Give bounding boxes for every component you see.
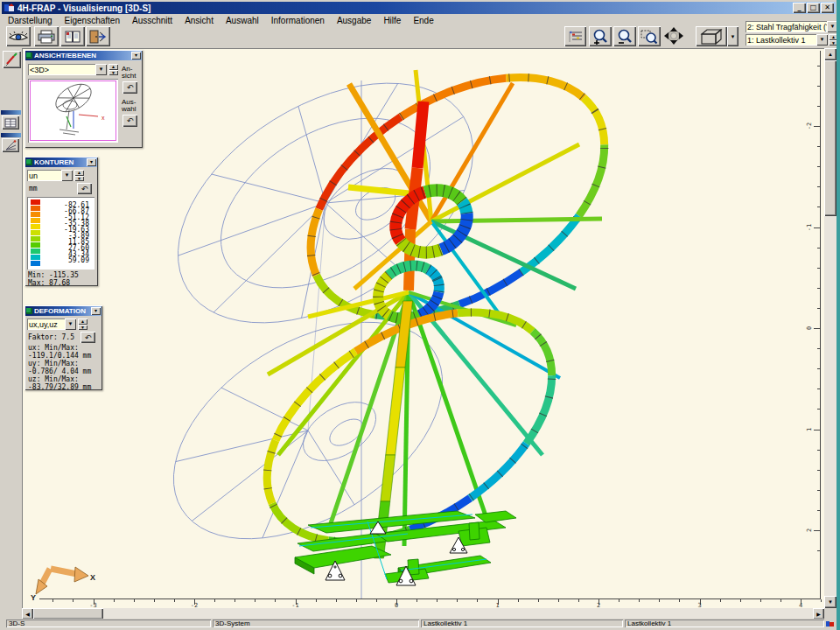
- view-spinner[interactable]: ▲▼: [108, 64, 118, 75]
- options-list-icon: [568, 30, 584, 44]
- ruler-tick: [457, 599, 458, 602]
- print-button[interactable]: [34, 26, 59, 46]
- grid-icon: [4, 118, 17, 128]
- view-combo-arrow[interactable]: ▼: [95, 64, 107, 75]
- menu-hilfe[interactable]: Hilfe: [377, 15, 407, 26]
- ansicht-collapse-button[interactable]: ▾: [131, 52, 141, 60]
- ruler-tick: [817, 66, 820, 66]
- view-preview-sketch: x: [28, 79, 118, 143]
- select-apply-button[interactable]: ↶: [122, 115, 137, 127]
- panel-konturen: KONTUREN ▾ un ▼ ▲▼ mm ↶ -82.61-66.87-51.…: [24, 157, 98, 286]
- view-preview[interactable]: x: [28, 79, 118, 143]
- ansicht-titlebar[interactable]: ANSICHT/EBENEN ▾: [25, 51, 142, 60]
- pan-control[interactable]: [662, 26, 686, 46]
- ruler-tick: [416, 599, 417, 602]
- preview-x-axis-label: x: [102, 115, 105, 121]
- view-combo[interactable]: <3D> ▼: [28, 64, 107, 75]
- calculation-combo[interactable]: 2: Stahl Tragfähigkeit (Th. 2. O ▼: [746, 21, 838, 32]
- redline-tool-button[interactable]: [3, 51, 21, 68]
- ruler-tick: [538, 599, 539, 602]
- panel-icon: [26, 52, 32, 59]
- restore-button[interactable]: □: [807, 3, 820, 13]
- kontur-combo-arrow[interactable]: ▼: [61, 170, 73, 181]
- ansicht-select-label: Aus- wahl: [122, 99, 136, 113]
- vertical-scrollbar[interactable]: ▲ ▼: [824, 48, 836, 608]
- view-apply-button[interactable]: ↶: [122, 81, 137, 94]
- status-field: 3D-System: [213, 620, 419, 627]
- title-bar: 4H-FRAP - Visualisierung [3D-S] _ □ ✕: [2, 2, 836, 14]
- status-bar: 3D-S3D-SystemLastkollektiv 1Lastkollekti…: [2, 619, 836, 628]
- zoom-in-button[interactable]: [589, 26, 612, 46]
- ruler-tick: [73, 599, 74, 602]
- mini-results-button[interactable]: [2, 138, 19, 152]
- ansicht-title: ANSICHT/EBENEN: [34, 52, 131, 60]
- deformation-apply-button[interactable]: ↶: [80, 332, 95, 343]
- eye-icon: [9, 30, 28, 44]
- vscroll-thumb[interactable]: [824, 60, 836, 216]
- menu-auswahl[interactable]: Auswahl: [220, 15, 265, 26]
- ruler-label: 0: [806, 322, 813, 334]
- deformation-spinner[interactable]: ▲▼: [78, 318, 88, 330]
- window-title: 4H-FRAP - Visualisierung [3D-S]: [18, 4, 150, 13]
- kontur-combo[interactable]: un ▼: [27, 170, 73, 181]
- legend-swatch: [31, 230, 40, 235]
- ruler-tick: [214, 599, 215, 602]
- scroll-down-button[interactable]: ▼: [824, 596, 836, 608]
- zoom-out-button[interactable]: [613, 26, 636, 46]
- menu-ausgabe[interactable]: Ausgabe: [331, 15, 377, 26]
- fan-lines-icon: [4, 140, 17, 150]
- ruler-tick: [814, 328, 820, 329]
- konturen-collapse-button[interactable]: ▾: [87, 158, 96, 166]
- ruler-label: -2: [806, 120, 813, 132]
- menu-ansicht[interactable]: Ansicht: [178, 15, 220, 26]
- view-cube-dropdown[interactable]: ▼: [727, 26, 738, 46]
- horizontal-ruler: -3-2-101234: [22, 598, 824, 608]
- menu-informationen[interactable]: Informationen: [265, 15, 331, 26]
- close-button[interactable]: ✕: [821, 3, 834, 13]
- loadcase-combo[interactable]: 1: Lastkollektiv 1 ▼: [746, 34, 828, 46]
- legend-swatch: [31, 261, 40, 266]
- exit-button[interactable]: [86, 26, 110, 46]
- cube-icon: [699, 28, 724, 46]
- ruler-tick: [817, 268, 820, 269]
- ruler-label: 1: [806, 424, 813, 436]
- deformation-collapse-button[interactable]: ▾: [91, 307, 101, 315]
- deformation-faktor: Faktor: 7.5: [28, 334, 74, 341]
- status-field: Lastkollektiv 1: [625, 620, 824, 627]
- ruler-tick: [780, 599, 781, 602]
- menu-darstellung[interactable]: Darstellung: [2, 15, 59, 26]
- legend-swatch: [31, 236, 40, 242]
- view-cube-button[interactable]: [696, 26, 727, 46]
- deformation-row-value: -83.79/32.89 mm: [28, 384, 100, 392]
- konturen-titlebar[interactable]: KONTUREN ▾: [25, 158, 97, 167]
- deformation-combo[interactable]: ux,uy,uz ▼: [27, 318, 76, 330]
- loadcase-combo-arrow[interactable]: ▼: [816, 34, 828, 46]
- presentation-options-button[interactable]: [564, 26, 586, 46]
- deformation-rows: ux: Min/Max: -119.1/0.144 mmuy: Min/Max:…: [28, 345, 100, 392]
- minimize-button[interactable]: _: [793, 3, 806, 13]
- deformation-row-value: -0.786/ 4.04 mm: [28, 368, 100, 376]
- kontur-apply-button[interactable]: ↶: [77, 183, 92, 194]
- deformation-combo-arrow[interactable]: ▼: [65, 318, 76, 330]
- zoom-window-button[interactable]: [638, 26, 661, 46]
- ruler-tick: [275, 599, 276, 602]
- kontur-spinner[interactable]: ▲▼: [74, 170, 84, 181]
- legend-value: 59.09: [44, 257, 89, 263]
- view-settings-button[interactable]: [6, 26, 31, 46]
- mini-objects-button[interactable]: [2, 116, 19, 130]
- ruler-tick: [817, 550, 820, 551]
- app-window: 4H-FRAP - Visualisierung [3D-S] _ □ ✕ Da…: [0, 0, 840, 630]
- deformation-title: DEFORMATION: [34, 307, 91, 315]
- menu-eigenschaften[interactable]: Eigenschaften: [59, 15, 126, 26]
- ruler-tick: [817, 308, 820, 309]
- help-button[interactable]: [60, 26, 85, 46]
- legend-swatch: [31, 200, 40, 205]
- panel-icon: [26, 159, 32, 165]
- scroll-up-button[interactable]: ▲: [824, 48, 836, 60]
- menu-ausschnitt[interactable]: Ausschnitt: [126, 15, 178, 26]
- deformation-titlebar[interactable]: DEFORMATION ▾: [25, 306, 102, 316]
- menu-ende[interactable]: Ende: [407, 15, 439, 26]
- panel-icon: [26, 308, 32, 314]
- ruler-tick: [639, 599, 640, 602]
- ruler-tick: [356, 599, 357, 602]
